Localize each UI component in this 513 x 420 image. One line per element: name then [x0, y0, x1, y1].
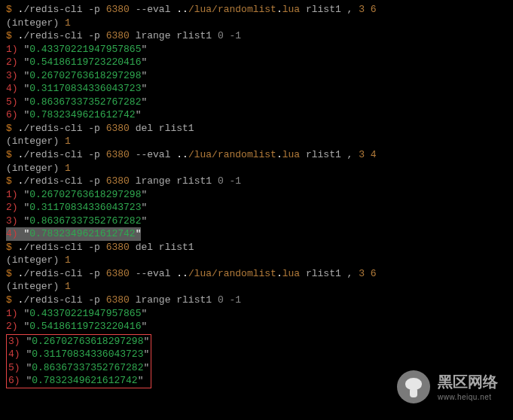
mushroom-icon [397, 370, 430, 403]
result-integer: (integer) 1 [6, 135, 507, 148]
command-line: $ ./redis-cli -p 6380 del rlist1 [6, 241, 507, 254]
list-item: 4) "0.7832349621612742" [6, 227, 507, 241]
list-item: 4) "0.31170834336043723" [8, 348, 149, 361]
list-item: 1) "0.26702763618297298" [6, 188, 507, 202]
result-integer: (integer) 1 [6, 254, 507, 267]
highlighted-box: 3) "0.26702763618297298"4) "0.3117083433… [6, 334, 151, 388]
result-integer: (integer) 1 [6, 17, 507, 30]
list-item: 2) "0.31170834336043723" [6, 201, 507, 215]
list-item: 4) "0.31170834336043723" [6, 82, 507, 96]
list-item: 6) "0.7832349621612742" [6, 108, 507, 122]
watermark-text-en: www.heiqu.net [438, 392, 498, 403]
list-item: 3) "0.86367337352767282" [6, 215, 507, 228]
list-item: 2) "0.54186119723220416" [6, 56, 507, 69]
list-item: 5) "0.86367337352767282" [6, 96, 507, 109]
command-line: $ ./redis-cli -p 6380 --eval ../lua/rand… [6, 3, 507, 17]
list-item: 1) "0.43370221947957865" [6, 43, 507, 56]
list-item: 1) "0.43370221947957865" [6, 307, 507, 321]
command-line: $ ./redis-cli -p 6380 lrange rlist1 0 -1 [6, 175, 507, 188]
list-item: 3) "0.26702763618297298" [8, 335, 149, 348]
list-item: 2) "0.54186119723220416" [6, 320, 507, 333]
command-line: $ ./redis-cli -p 6380 del rlist1 [6, 122, 507, 135]
command-line: $ ./redis-cli -p 6380 --eval ../lua/rand… [6, 148, 507, 162]
watermark: 黑区网络 www.heiqu.net [397, 370, 498, 403]
result-integer: (integer) 1 [6, 162, 507, 175]
list-item: 5) "0.86367337352767282" [8, 361, 149, 375]
result-integer: (integer) 1 [6, 280, 507, 294]
command-line: $ ./redis-cli -p 6380 lrange rlist1 0 -1 [6, 29, 507, 43]
terminal-output: $ ./redis-cli -p 6380 --eval ../lua/rand… [6, 3, 507, 388]
watermark-text-cn: 黑区网络 [438, 372, 498, 392]
command-line: $ ./redis-cli -p 6380 lrange rlist1 0 -1 [6, 294, 507, 307]
command-line: $ ./redis-cli -p 6380 --eval ../lua/rand… [6, 267, 507, 281]
list-item: 3) "0.26702763618297298" [6, 69, 507, 83]
list-item: 6) "0.7832349621612742" [8, 374, 149, 388]
